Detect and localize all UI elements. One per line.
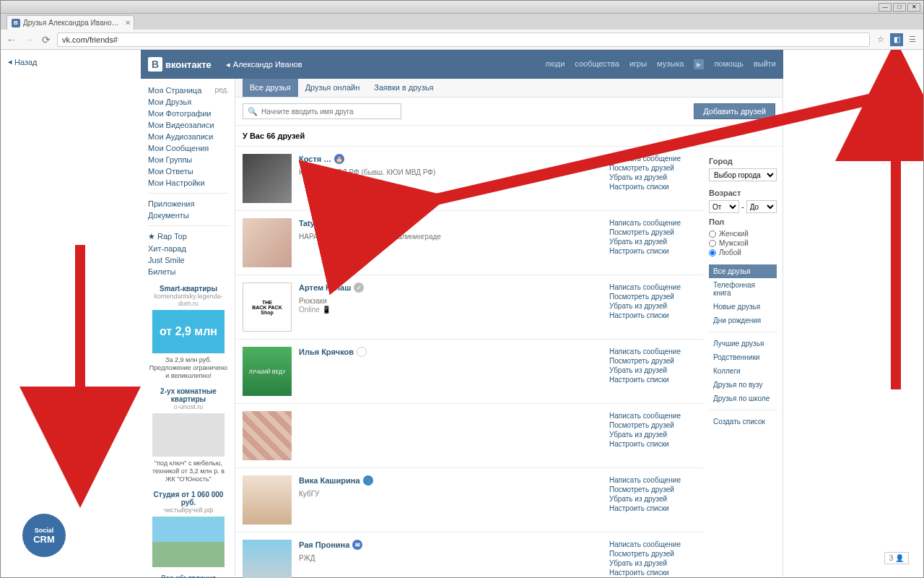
filter-coworkers[interactable]: Коллеги xyxy=(709,364,777,378)
action-write[interactable]: Написать сообщение xyxy=(609,411,696,420)
nav-exit[interactable]: выйти xyxy=(754,59,776,69)
url-field[interactable]: vk.com/friends# xyxy=(57,33,870,47)
nav-apps[interactable]: Приложения xyxy=(148,198,235,210)
action-view[interactable]: Посмотреть друзей xyxy=(609,163,696,173)
avatar[interactable] xyxy=(243,218,292,267)
nav-communities[interactable]: сообщества xyxy=(575,59,619,69)
filter-birthdays[interactable]: Дни рождения xyxy=(709,314,777,327)
tab-requests[interactable]: Заявки в друзья xyxy=(367,79,440,97)
action-view[interactable]: Посмотреть друзей xyxy=(609,420,696,430)
friend-name-link[interactable]: Илья Крячков xyxy=(299,348,354,356)
filter-uni[interactable]: Друзья по вузу xyxy=(709,378,777,392)
action-remove[interactable]: Убрать из друзей xyxy=(609,237,696,246)
close-window-button[interactable]: ✕ xyxy=(907,3,920,12)
action-remove[interactable]: Убрать из друзей xyxy=(609,494,696,504)
nav-audio[interactable]: Мои Аудиозаписи xyxy=(148,131,235,142)
city-select[interactable]: Выбор города xyxy=(709,168,777,181)
nav-help[interactable]: помощь xyxy=(714,59,744,69)
friend-name-link[interactable]: Tatyana Kaliningrad xyxy=(299,219,374,228)
action-lists[interactable]: Настроить списки xyxy=(609,375,696,384)
action-lists[interactable]: Настроить списки xyxy=(609,568,696,577)
header-username[interactable]: ◂ Александр Иванов xyxy=(226,60,302,69)
nav-raptop[interactable]: ★ Rap Top xyxy=(148,230,235,243)
action-remove[interactable]: Убрать из друзей xyxy=(609,558,696,568)
browser-tab[interactable]: В Друзья Александра Ивано… ✕ xyxy=(6,15,134,30)
friend-name-link[interactable] xyxy=(299,411,301,420)
close-tab-icon[interactable]: ✕ xyxy=(125,19,131,27)
action-lists[interactable]: Настроить списки xyxy=(609,439,696,449)
back-button[interactable]: ← xyxy=(5,33,18,46)
action-write[interactable]: Написать сообщение xyxy=(609,475,696,485)
nav-games[interactable]: игры xyxy=(629,59,647,69)
ad-block-3[interactable]: Студия от 1 060 000 руб. чистыйручей.рф xyxy=(148,491,235,567)
nav-hitparad[interactable]: Хит-парад xyxy=(148,243,235,254)
action-write[interactable]: Написать сообщение xyxy=(609,347,696,356)
maximize-button[interactable]: □ xyxy=(893,3,906,12)
action-view[interactable]: Посмотреть друзей xyxy=(609,356,696,366)
ad-block-2[interactable]: 2-ух комнатные квартиры o-unost.ru "под … xyxy=(148,387,235,483)
friend-name-link[interactable]: Артем Калаш xyxy=(299,283,351,292)
filter-phonebook[interactable]: Телефонная книга xyxy=(709,278,777,300)
age-to-select[interactable]: До xyxy=(746,200,777,213)
nav-more-icon[interactable]: ▶ xyxy=(694,59,704,69)
nav-docs[interactable]: Документы xyxy=(148,210,235,221)
avatar[interactable]: THEBACK PACKShop xyxy=(243,282,292,332)
tab-online[interactable]: Друзья онлайн xyxy=(298,79,367,97)
action-write[interactable]: Написать сообщение xyxy=(609,218,696,228)
friend-name-link[interactable]: Костя … xyxy=(299,155,331,163)
action-remove[interactable]: Убрать из друзей xyxy=(609,430,696,439)
action-lists[interactable]: Настроить списки xyxy=(609,246,696,256)
forward-button[interactable]: → xyxy=(22,33,35,46)
action-remove[interactable]: Убрать из друзей xyxy=(609,301,696,311)
avatar[interactable] xyxy=(243,154,292,203)
action-write[interactable]: Написать сообщение xyxy=(609,540,696,549)
nav-friends[interactable]: Мои Друзья xyxy=(148,96,235,108)
friend-name-link[interactable]: Рая Пронина xyxy=(299,540,349,549)
menu-icon[interactable]: ☰ xyxy=(906,33,919,46)
radio-male[interactable]: Мужской xyxy=(709,238,777,248)
friend-name-link[interactable]: Вика Каширина xyxy=(299,476,360,485)
action-write[interactable]: Написать сообщение xyxy=(609,154,696,163)
vk-logo[interactable]: В вконтакте xyxy=(148,57,212,72)
radio-female[interactable]: Женский xyxy=(709,229,777,238)
nav-my-page[interactable]: Моя Страницаред. xyxy=(148,85,235,96)
avatar[interactable]: ЛУЧШИЙ ВЕДУ xyxy=(243,347,292,396)
extension-icon[interactable]: ◧ xyxy=(890,33,903,46)
action-lists[interactable]: Настроить списки xyxy=(609,504,696,513)
ad-block-1[interactable]: Smart-квартиры komendantsky.legenda-dom.… xyxy=(148,285,235,380)
filter-create-list[interactable]: Создать список xyxy=(709,415,777,428)
nav-tickets[interactable]: Билеты xyxy=(148,266,235,277)
chrome-back-link[interactable]: ◂ Назад xyxy=(8,57,38,66)
nav-photos[interactable]: Мои Фотографии xyxy=(148,108,235,119)
search-input[interactable] xyxy=(261,108,396,116)
action-view[interactable]: Посмотреть друзей xyxy=(609,485,696,494)
star-icon[interactable]: ☆ xyxy=(874,33,887,46)
avatar[interactable] xyxy=(243,475,292,525)
action-lists[interactable]: Настроить списки xyxy=(609,311,696,320)
search-box[interactable]: 🔍 xyxy=(243,103,401,119)
online-counter[interactable]: 3 👤 xyxy=(884,552,909,564)
filter-all[interactable]: Все друзья xyxy=(709,264,777,278)
nav-messages[interactable]: Мои Сообщения xyxy=(148,142,235,154)
tab-all-friends[interactable]: Все друзья xyxy=(243,79,298,97)
action-view[interactable]: Посмотреть друзей xyxy=(609,228,696,237)
action-remove[interactable]: Убрать из друзей xyxy=(609,366,696,375)
nav-music[interactable]: музыка xyxy=(657,59,684,69)
nav-groups[interactable]: Мои Группы xyxy=(148,154,235,165)
edit-link[interactable]: ред. xyxy=(214,86,229,94)
nav-settings[interactable]: Мои Настройки xyxy=(148,177,235,189)
age-from-select[interactable]: От xyxy=(709,200,739,213)
all-ads-link[interactable]: Все объявления xyxy=(148,574,235,578)
radio-any[interactable]: Любой xyxy=(709,248,777,257)
filter-best[interactable]: Лучшие друзья xyxy=(709,337,777,350)
filter-school[interactable]: Друзья по школе xyxy=(709,392,777,405)
avatar[interactable] xyxy=(243,540,292,578)
nav-people[interactable]: люди xyxy=(545,59,565,69)
nav-answers[interactable]: Мои Ответы xyxy=(148,165,235,177)
nav-justsmile[interactable]: Just Smile xyxy=(148,254,235,266)
action-lists[interactable]: Настроить списки xyxy=(609,182,696,191)
action-write[interactable]: Написать сообщение xyxy=(609,282,696,292)
filter-new[interactable]: Новые друзья xyxy=(709,300,777,314)
action-view[interactable]: Посмотреть друзей xyxy=(609,549,696,558)
social-crm-badge[interactable]: Social CRM xyxy=(22,514,66,557)
